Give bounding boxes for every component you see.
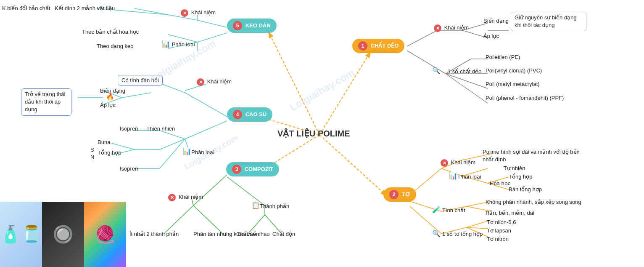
tinh-chat-icon: 🧪 [432,206,441,214]
cao-su-num: 4 [233,110,242,119]
khong-phan-nhanh: Không phân nhánh, sắp xếp song song [486,199,581,205]
svg-line-18 [135,8,168,15]
mind-map-canvas: Loigiaihay.com Loigiaihay.com Loigiaihay… [0,0,644,267]
keo-dan-num: 5 [233,21,242,30]
to-bubble: 2 TƠ [383,187,416,202]
svg-line-29 [122,93,151,98]
n-label: N [90,154,94,160]
svg-line-34 [160,131,185,139]
to-num: 2 [389,190,399,199]
mot-so-chat-deo-label: 1 số chất dẻo [448,68,481,75]
to-nitron: Tơ nitron [487,236,509,242]
polietilen-label: Polietilen (PE) [486,54,520,60]
chat-don: Chất độn [272,231,295,237]
it-nhat-2: Ít nhất 2 thành phần [129,231,179,237]
isopren-tn: Isopren — Thiên nhiên [120,125,175,132]
keo-dan-node: 5 KEO DÁN [227,19,277,33]
tinh-chat-label: Tính chất [442,207,465,214]
ap-luc-cd: Áp lực [483,33,499,39]
compozit-bubble: 3 COMPOZIT [226,162,279,176]
svg-line-21 [198,33,227,42]
hoa-hoc-to: Hóa học [490,180,510,187]
thanh-phan-icon: 📋 [251,201,260,209]
khai-niem-label: Khái niệm [444,24,469,31]
keo-dan-bubble: 5 KEO DÁN [227,19,277,33]
compozit-label: COMPOZIT [245,166,274,172]
svg-line-25 [185,93,227,117]
tong-hop-label: Tổng hợp [98,150,121,156]
theo-dang-keo: Theo dạng keo [97,43,134,49]
keo-dan-khai-niem: ✕ Khái niệm [181,9,216,17]
tong-hop-to: Tổng hợp [509,174,532,180]
svg-line-36 [160,139,185,150]
bottom-images: 🧴🫙 🔘 🧶 [0,202,126,267]
svg-line-65 [467,221,488,227]
cao-su-bubble: 4 CAO SU [227,107,272,122]
khai-niem-to: Khái niệm [451,159,476,166]
khai-niem-comp: Khái niệm [179,194,203,200]
chat-deo-num: 1 [358,41,367,51]
phan-loai-cs-icon: 📊 [183,147,191,155]
thanh-phan-label: Thành phần [260,203,289,209]
tires-image: 🔘 [42,202,84,267]
chat-deo-bubble: 1 CHẤT DẺO [352,39,404,53]
pvc-label: Poli(vinyl clorua) (PVC) [486,67,542,74]
tro-ve-box: Trở về trạng thái đầu khi thôi áp dụng [21,88,71,116]
tu-nhien: Tự nhiên [504,165,525,171]
watermark-2: Loigiaihay.com [288,67,357,114]
co-tinh-dan-hoi-box: Có tính đàn hồi [118,75,163,85]
bottles-image: 🧴🫙 [0,202,42,267]
svg-line-1 [269,33,319,135]
mot-so-to-label: 1 số tơ tổng hợp [442,231,483,237]
to-node: 2 TƠ [383,187,416,202]
phan-loai-keo-label: 📊 Phân loại [162,40,195,48]
compozit-khai-niem: ✕ Khái niệm [168,194,203,201]
red-x-icon: ✕ [434,24,441,32]
s-label: S [90,147,94,153]
theo-ban-chat: Theo bản chất hóa học [82,29,139,35]
khai-niem-keo-label: Khái niệm [191,9,216,16]
svg-line-0 [319,53,370,135]
svg-line-16 [198,20,227,27]
keo-dan-label: KEO DÁN [245,22,271,29]
cao-su-node: 4 CAO SU [227,107,272,122]
phan-loai-to-icon: 📊 [449,172,457,180]
cao-su-label: CAO SU [245,111,267,117]
phan-loai-cs: Phân loại [191,149,214,155]
khai-niem-cao-su: Khái niệm [207,78,232,85]
phan-loai-to: Phân loại [458,174,481,180]
ket-dinh: Kết dính 2 mảnh vật liệu [55,5,115,11]
ap-luc-cs: Áp lực [100,102,116,108]
k-bien-doi: K biến đổi bản chất [2,5,50,11]
bien-dang-cd: Biến dạng [483,18,509,24]
to-lapsan: Tơ lapsan [487,227,511,234]
main-title: VẬT LIỆU POLIME [277,128,350,139]
svg-line-5 [407,30,437,46]
svg-line-15 [446,74,488,103]
red-x-cao-su-icon: ✕ [197,78,204,86]
fire-icon: 🔥 [106,93,114,101]
phan-loai-keo: Phân loại [172,41,195,48]
mot-so-chat-deo-icon: 🔍 [432,67,441,75]
chat-deo-label: CHẤT DẺO [371,43,399,49]
compozit-num: 3 [232,165,241,174]
to-khai-niem: ✕ Khái niệm [441,159,475,167]
isopren-bot: Isopren [120,166,138,172]
chat-deo-node: 1 CHẤT DẺO [352,39,404,53]
yarn-image: 🧶 [84,202,126,267]
red-x-comp-icon: ✕ [168,194,176,201]
chat-nen: Chất nền [236,231,259,237]
svg-line-14 [446,74,488,88]
cao-su-khai-niem: ✕ Khái niệm [197,78,232,86]
svg-line-38 [111,143,135,150]
polime-hinh-soi: Polime hình sợi dài và mảnh với độ bền n… [483,148,583,163]
svg-line-41 [160,139,185,168]
svg-line-4 [319,135,386,195]
polymetyl-label: Poli (metyl metacrylat) [486,81,540,87]
svg-line-44 [164,206,193,234]
red-x-keo-icon: ✕ [181,9,188,17]
buna-label: Buna [98,139,110,145]
to-nilon: Tơ nilon-6,6 [487,219,516,225]
red-x-to-icon: ✕ [441,159,448,167]
chat-deo-khai-niem: ✕ Khái niệm [434,24,469,32]
